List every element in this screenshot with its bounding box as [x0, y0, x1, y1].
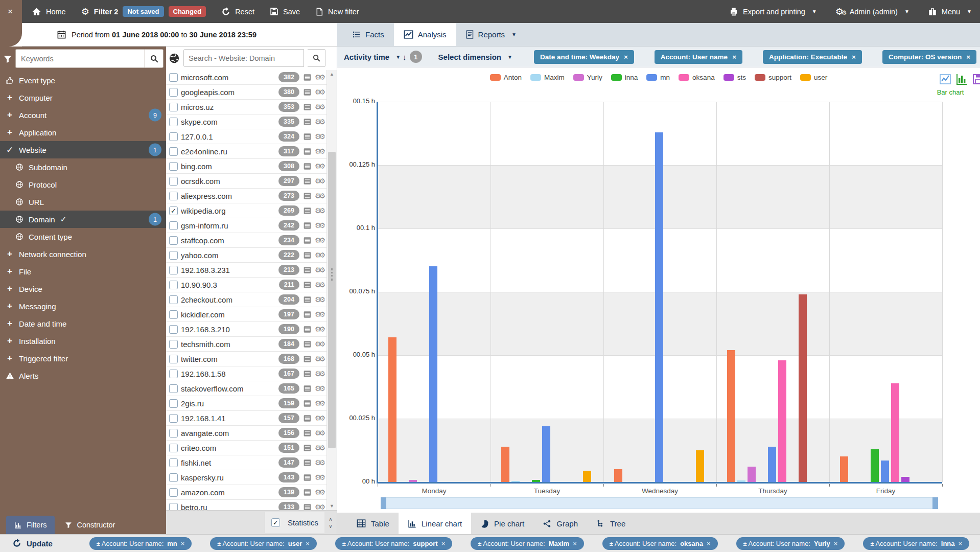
- domain-row[interactable]: 10.90.90.3211⚙⚙: [166, 278, 326, 292]
- bar-sts-friday[interactable]: [901, 477, 909, 482]
- details-list-icon[interactable]: [303, 133, 312, 141]
- bar-anton-tuesday[interactable]: [501, 447, 509, 482]
- details-list-icon[interactable]: [303, 281, 312, 289]
- domain-row[interactable]: ocrsdk.com297⚙⚙: [166, 174, 326, 189]
- domain-checkbox[interactable]: [169, 88, 178, 97]
- settings-gears-icon[interactable]: ⚙⚙: [315, 192, 323, 200]
- domain-checkbox[interactable]: [169, 503, 178, 511]
- details-list-icon[interactable]: [303, 237, 312, 244]
- admin-menu[interactable]: ⚙⚙ Admin (admin) ▼: [835, 7, 909, 16]
- settings-gears-icon[interactable]: ⚙⚙: [315, 384, 323, 393]
- domain-row[interactable]: kaspersky.ru143⚙⚙: [166, 470, 326, 485]
- legend-item-oksana[interactable]: oksana: [679, 74, 715, 81]
- details-list-icon[interactable]: [303, 88, 312, 96]
- domain-checkbox[interactable]: [169, 399, 178, 408]
- details-list-icon[interactable]: [303, 326, 312, 333]
- settings-gears-icon[interactable]: ⚙⚙: [315, 266, 323, 274]
- settings-gears-icon[interactable]: ⚙⚙: [315, 399, 323, 407]
- settings-gears-icon[interactable]: ⚙⚙: [315, 429, 323, 437]
- settings-gears-icon[interactable]: ⚙⚙: [315, 355, 323, 363]
- legend-item-support[interactable]: support: [755, 74, 791, 81]
- sidebar-item-content-type[interactable]: Content type: [0, 228, 166, 245]
- details-list-icon[interactable]: [303, 503, 312, 511]
- sidebar-item-network-connection[interactable]: +Network connection: [0, 245, 166, 263]
- settings-gears-icon[interactable]: ⚙⚙: [315, 118, 323, 126]
- bar-anton-wednesday[interactable]: [614, 469, 622, 482]
- save-chart-icon[interactable]: [972, 73, 980, 85]
- settings-gears-icon[interactable]: ⚙⚙: [315, 147, 323, 155]
- details-list-icon[interactable]: [303, 311, 312, 318]
- details-list-icon[interactable]: [303, 296, 312, 304]
- sidebar-item-event-type[interactable]: Event type: [0, 72, 166, 89]
- domain-row[interactable]: betro.ru133⚙⚙: [166, 500, 326, 510]
- domain-row[interactable]: micros.uz353⚙⚙: [166, 100, 326, 114]
- domain-row[interactable]: amazon.com139⚙⚙: [166, 485, 326, 500]
- panel-resize-handle[interactable]: [331, 268, 333, 281]
- sort-direction-button[interactable]: ↓: [403, 53, 407, 61]
- domain-row[interactable]: 127.0.0.1324⚙⚙: [166, 129, 326, 144]
- domain-row[interactable]: techsmith.com184⚙⚙: [166, 337, 326, 352]
- details-list-icon[interactable]: [303, 266, 312, 274]
- domain-checkbox[interactable]: [169, 473, 178, 482]
- settings-gears-icon[interactable]: ⚙⚙: [315, 206, 323, 215]
- settings-gears-icon[interactable]: ⚙⚙: [315, 310, 323, 318]
- domain-search-input[interactable]: [183, 49, 304, 67]
- dimension-chip-computer-os-version[interactable]: Computer: OS version×: [882, 50, 976, 64]
- settings-gears-icon[interactable]: ⚙⚙: [315, 325, 323, 333]
- close-icon[interactable]: ×: [852, 53, 856, 61]
- settings-gears-icon[interactable]: ⚙⚙: [315, 73, 323, 81]
- settings-gears-icon[interactable]: ⚙⚙: [315, 473, 323, 481]
- bar-inna-friday[interactable]: [871, 449, 879, 482]
- tab-constructor[interactable]: Constructor: [57, 516, 123, 534]
- details-list-icon[interactable]: [303, 474, 312, 481]
- details-list-icon[interactable]: [303, 163, 312, 170]
- domain-checkbox[interactable]: [169, 310, 178, 319]
- settings-gears-icon[interactable]: ⚙⚙: [315, 177, 323, 185]
- legend-item-sts[interactable]: sts: [724, 74, 746, 81]
- details-list-icon[interactable]: [303, 251, 312, 259]
- account-chip-inna[interactable]: ± Account: User name:inna×: [863, 537, 969, 550]
- details-list-icon[interactable]: [303, 429, 312, 437]
- new-filter-button[interactable]: New filter: [315, 7, 359, 16]
- filter-button[interactable]: ⚙ Filter 2 Not saved Changed: [81, 6, 206, 17]
- settings-gears-icon[interactable]: ⚙⚙: [315, 251, 323, 259]
- domain-row[interactable]: e2e4online.ru317⚙⚙: [166, 144, 326, 159]
- close-panel-tab[interactable]: ×: [0, 0, 22, 47]
- domain-row[interactable]: aliexpress.com273⚙⚙: [166, 189, 326, 203]
- domain-row[interactable]: ✓wikipedia.org269⚙⚙: [166, 203, 326, 218]
- domain-checkbox[interactable]: [169, 414, 178, 423]
- export-printing-menu[interactable]: Export and printing ▼: [729, 7, 817, 16]
- close-icon[interactable]: ×: [959, 540, 963, 547]
- domain-row[interactable]: staffcop.com234⚙⚙: [166, 233, 326, 248]
- account-chip-oksana[interactable]: ± Account: User name:oksana×: [602, 537, 718, 550]
- details-list-icon[interactable]: [303, 415, 312, 422]
- settings-gears-icon[interactable]: ⚙⚙: [315, 503, 323, 510]
- tab-table[interactable]: Table: [347, 513, 399, 534]
- domain-checkbox[interactable]: [169, 236, 178, 245]
- dimension-chip-date-and-time-weekday[interactable]: Date and time: Weekday×: [534, 50, 634, 64]
- legend-item-inna[interactable]: inna: [611, 74, 638, 81]
- domain-checkbox[interactable]: [169, 118, 178, 126]
- main-menu[interactable]: Menu ▼: [928, 7, 972, 16]
- domain-checkbox[interactable]: [169, 251, 178, 260]
- dimension-chip-application-executable[interactable]: Application: Executable×: [763, 50, 862, 64]
- domain-checkbox[interactable]: [169, 370, 178, 378]
- sidebar-item-application[interactable]: +Application: [0, 124, 166, 141]
- close-icon[interactable]: ×: [306, 540, 310, 547]
- tab-graph[interactable]: Graph: [533, 513, 587, 534]
- bar-mn-thursday[interactable]: [768, 447, 776, 482]
- close-icon[interactable]: ×: [441, 540, 446, 547]
- details-list-icon[interactable]: [303, 444, 312, 452]
- sidebar-item-account[interactable]: +Account9: [0, 106, 166, 124]
- details-list-icon[interactable]: [303, 207, 312, 215]
- scroll-down-icon[interactable]: ▼: [327, 502, 337, 510]
- legend-item-user[interactable]: user: [800, 74, 827, 81]
- bar-mn-friday[interactable]: [881, 461, 889, 482]
- details-list-icon[interactable]: [303, 177, 312, 185]
- bar-user-tuesday[interactable]: [583, 471, 591, 482]
- domain-checkbox[interactable]: [169, 192, 178, 200]
- details-list-icon[interactable]: [303, 340, 312, 348]
- tab-pie-chart[interactable]: Pie chart: [471, 513, 533, 534]
- bar-chart-icon[interactable]: [955, 73, 968, 85]
- statistics-toggle[interactable]: ✓ Statistics: [265, 512, 324, 533]
